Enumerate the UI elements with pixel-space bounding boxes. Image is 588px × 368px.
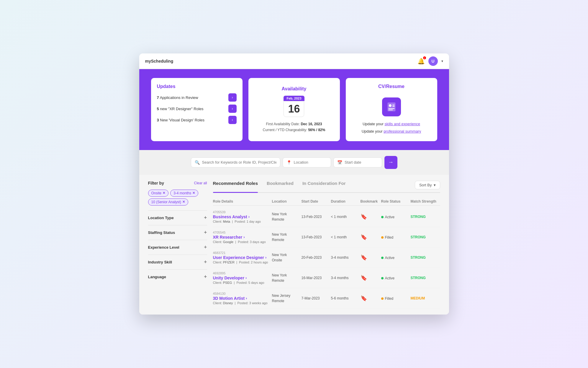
update-arrow-2[interactable]: › [228, 105, 237, 113]
date-search-wrap: 📅 [333, 157, 382, 167]
keyword-search-wrap: 🔍 [191, 157, 280, 167]
search-button[interactable]: → [384, 156, 397, 169]
sort-chevron-icon: ▾ [434, 183, 436, 187]
role-meta-2: Client: Google | Posted: 3 days ago [213, 240, 272, 244]
chip-duration[interactable]: 3-4 months ✕ [170, 190, 198, 197]
chip-onsite-remove[interactable]: ✕ [163, 191, 165, 195]
col-role-details: Role Details [213, 199, 272, 203]
role-name-5[interactable]: 3D Motion Artist › [213, 296, 272, 301]
role-bookmark-4[interactable]: 🔖 [361, 275, 381, 281]
filter-industry-skill-label: Industry Skill [148, 260, 172, 264]
date-input[interactable] [345, 160, 378, 165]
svg-point-1 [389, 104, 392, 107]
plus-icon-location: + [204, 215, 207, 221]
notification-button[interactable]: 🔔 1 [417, 58, 425, 65]
update-arrow-3[interactable]: › [228, 116, 237, 124]
table-row: 4584130 3D Motion Artist › Client: Disne… [213, 288, 440, 309]
filter-experience-level[interactable]: Experience Level + [148, 240, 207, 255]
filter-chips: Onsite ✕ 3-4 months ✕ 10 (Senior Analyst… [148, 190, 207, 206]
tab-in-consideration[interactable]: In Consideration For [302, 181, 346, 192]
update-arrow-1[interactable]: › [228, 93, 237, 102]
tab-bookmarked[interactable]: Bookmarked [267, 181, 294, 192]
main-content: Filter by Clear all Onsite ✕ 3-4 months … [139, 175, 449, 315]
tabs: Recommended Roles Bookmarked In Consider… [213, 181, 440, 193]
role-meta-3: Client: PFIZER | Posted: 2 hours ago [213, 260, 272, 264]
update-row-3: 3 New 'Visual Design' Roles › [157, 116, 237, 124]
avatar[interactable]: U [428, 56, 438, 66]
skills-experience-link[interactable]: skills and experience [384, 122, 420, 126]
col-bookmark: Bookmark [361, 199, 381, 203]
role-start-4: 16-Mar-2023 [302, 275, 331, 281]
role-start-2: 13-Feb-2023 [302, 235, 331, 240]
role-bookmark-1[interactable]: 🔖 [361, 214, 381, 220]
role-name-4[interactable]: Unity Developer › [213, 276, 272, 280]
filter-staffing-status-label: Staffing Status [148, 230, 175, 235]
role-match-4: STRONG [411, 276, 440, 280]
tab-recommended-roles[interactable]: Recommended Roles [213, 181, 258, 192]
cv-link-2-prefix: Update your [362, 129, 384, 133]
role-duration-4: 3-4 months [331, 275, 361, 281]
role-id-3: 4683721 [213, 251, 272, 255]
chip-level[interactable]: 10 (Senior Analyst) ✕ [148, 198, 188, 206]
first-avail-label: First Availability Date: Dec 16, 2023 [266, 122, 322, 126]
cv-card: CV/Resume Update your skills and experie… [346, 78, 437, 141]
role-meta-4: Client: PSEG | Posted: 5 days ago [213, 281, 272, 284]
location-input[interactable] [294, 160, 327, 165]
role-link-icon-5: › [246, 296, 247, 300]
notification-badge: 1 [423, 56, 426, 59]
clear-all-button[interactable]: Clear all [194, 181, 207, 185]
col-role-status: Role Status [381, 199, 411, 203]
svg-rect-4 [388, 108, 394, 109]
role-bookmark-3[interactable]: 🔖 [361, 254, 381, 261]
sidebar: Filter by Clear all Onsite ✕ 3-4 months … [148, 181, 207, 309]
sort-by-select[interactable]: Sort By ▾ [415, 181, 440, 189]
role-location-5: New JerseyRemote [272, 293, 302, 304]
chip-duration-remove[interactable]: ✕ [192, 191, 195, 195]
role-duration-2: < 1 month [331, 235, 361, 240]
role-id-2: 4705545 [213, 231, 272, 234]
cv-title: CV/Resume [378, 84, 404, 89]
role-name-2[interactable]: XR Researcher › [213, 235, 272, 240]
col-start-date: Start Date [302, 199, 331, 203]
sort-by-label: Sort By [419, 183, 432, 187]
table-row: 4692895 Unity Developer › Client: PSEG |… [213, 268, 440, 288]
role-bookmark-5[interactable]: 🔖 [361, 295, 381, 302]
role-link-icon-3: › [265, 255, 266, 260]
availability-card: Availability Feb, 2023 16 First Availabi… [248, 78, 340, 141]
browser-window: myScheduling 🔔 1 U ▾ Updates 7 Applicati… [139, 53, 449, 314]
role-match-1: STRONG [411, 215, 440, 219]
role-name-1[interactable]: Business Analyst › [213, 214, 272, 219]
keyword-search-input[interactable] [202, 160, 276, 165]
plus-icon-staffing: + [204, 229, 207, 236]
role-meta-1: Client: Meta | Posted: 1 day ago [213, 220, 272, 223]
month-chip: Feb, 2023 [284, 96, 304, 101]
search-section: 🔍 📍 📅 → [139, 150, 449, 175]
filter-staffing-status[interactable]: Staffing Status + [148, 225, 207, 240]
role-status-2: Filled [381, 235, 411, 240]
purple-header: Updates 7 Applications in Review › 5 new… [139, 69, 449, 150]
role-details-5: 4584130 3D Motion Artist › Client: Disne… [213, 292, 272, 305]
role-id-4: 4692895 [213, 271, 272, 275]
role-link-icon-1: › [248, 214, 250, 219]
filter-location-type[interactable]: Location Type + [148, 210, 207, 225]
filter-language[interactable]: Language + [148, 269, 207, 284]
chip-level-remove[interactable]: ✕ [182, 200, 185, 204]
svg-rect-2 [392, 105, 395, 105]
cv-icon [386, 102, 397, 112]
role-duration-1: < 1 month [331, 214, 361, 219]
update-row-1: 7 Applications in Review › [157, 93, 237, 102]
role-link-icon-4: › [245, 276, 247, 280]
filter-experience-level-label: Experience Level [148, 245, 179, 250]
cv-icon-box [382, 97, 401, 116]
col-location: Location [272, 199, 302, 203]
role-bookmark-2[interactable]: 🔖 [361, 234, 381, 240]
chip-duration-label: 3-4 months [173, 191, 191, 195]
chip-onsite[interactable]: Onsite ✕ [148, 190, 169, 197]
chevron-down-icon[interactable]: ▾ [441, 59, 443, 63]
calendar-icon: 📅 [337, 160, 342, 165]
chip-level-label: 10 (Senior Analyst) [151, 200, 181, 204]
professional-summary-link[interactable]: professional summary [384, 129, 421, 133]
filter-industry-skill[interactable]: Industry Skill + [148, 255, 207, 269]
role-status-3: Active [381, 255, 411, 260]
role-name-3[interactable]: User Experience Designer › [213, 255, 272, 260]
